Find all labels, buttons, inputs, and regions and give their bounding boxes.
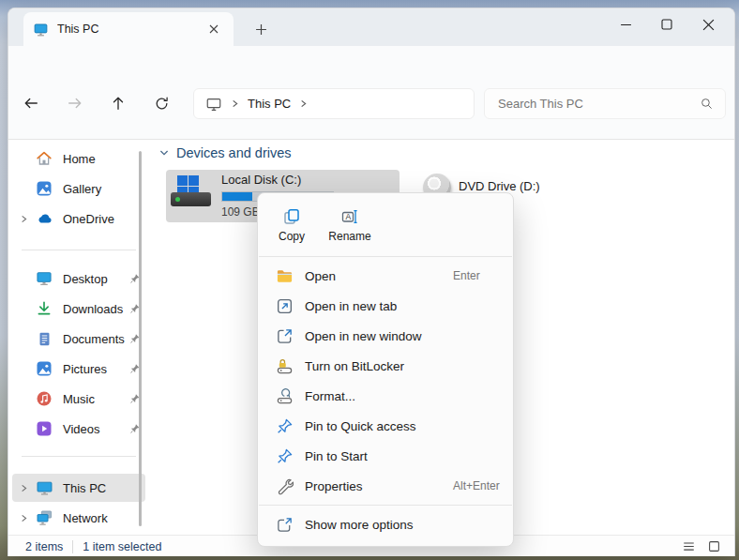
context-menu-item-properties[interactable]: Properties Alt+Enter (262, 471, 509, 501)
menu-item-label: Open in new tab (305, 299, 397, 313)
wrench-icon (275, 477, 294, 495)
pin-icon (125, 333, 145, 344)
menu-item-label: Format... (305, 389, 355, 403)
pin-icon (125, 273, 145, 284)
expand-chevron-icon[interactable] (12, 513, 35, 523)
this-pc-monitor-icon (33, 22, 49, 38)
sidebar-item-onedrive[interactable]: OneDrive (12, 204, 145, 233)
new-tab-button[interactable] (249, 17, 273, 41)
capacity-bar-fill (222, 192, 252, 201)
tab-title: This PC (57, 23, 195, 36)
menu-item-label: Properties (305, 479, 363, 493)
command-toolbar: New A (8, 85, 734, 140)
details-view-icon[interactable] (682, 539, 696, 553)
context-menu-item-show-more-options[interactable]: Show more options (262, 509, 509, 539)
open-in-new-window-icon (275, 326, 294, 345)
quick-actions-row: Copy A Rename (258, 200, 513, 252)
sidebar-item-label: Home (63, 152, 145, 166)
sidebar-divider (22, 250, 136, 250)
status-selection-count: 1 item selected (83, 540, 161, 553)
menu-item-label: Turn on BitLocker (305, 359, 404, 373)
menu-divider (259, 505, 512, 506)
gallery-icon (35, 179, 53, 198)
sidebar-item-downloads[interactable]: Downloads (12, 295, 145, 323)
pin-icon (125, 423, 145, 434)
sidebar-item-label: Network (63, 511, 145, 525)
quick-action-label: Rename (328, 230, 370, 243)
drive-name: Local Disk (C:) (221, 173, 334, 187)
menu-item-label: Open (305, 269, 336, 283)
home-icon (35, 149, 53, 168)
context-menu-item-format[interactable]: Format... (262, 381, 509, 411)
svg-text:A: A (345, 212, 351, 221)
sidebar-item-videos[interactable]: Videos (12, 415, 145, 443)
menu-item-label: Show more options (305, 518, 414, 532)
sidebar-item-label: Music (63, 392, 125, 406)
context-menu: Copy A Rename Open Enter (257, 192, 514, 547)
sidebar-item-documents[interactable]: Documents (12, 325, 145, 353)
navigation-pane: Home Gallery OneDrive (8, 140, 149, 535)
group-header-devices-and-drives[interactable]: Devices and drives (158, 145, 292, 160)
sidebar-scrollbar[interactable] (139, 151, 142, 526)
menu-item-label: Pin to Start (305, 449, 368, 463)
expand-chevron-icon[interactable] (12, 483, 35, 493)
context-menu-item-pin-to-start[interactable]: Pin to Start (262, 441, 509, 471)
pin-icon (125, 363, 145, 374)
desktop: This PC (0, 0, 739, 560)
menu-divider (259, 256, 512, 257)
close-button[interactable] (687, 10, 729, 38)
sidebar-item-label: Documents (63, 332, 125, 346)
sidebar-item-label: OneDrive (63, 212, 145, 226)
sidebar-item-network[interactable]: Network (12, 504, 145, 532)
onedrive-cloud-icon (35, 209, 53, 228)
copy-icon (282, 207, 301, 226)
sidebar-item-label: Pictures (63, 362, 125, 376)
sidebar-item-label: This PC (63, 481, 145, 495)
tab-close-icon[interactable] (204, 19, 224, 39)
music-icon (35, 389, 53, 408)
context-menu-item-open-in-new-window[interactable]: Open in new window (262, 321, 509, 351)
sidebar-item-pictures[interactable]: Pictures (12, 355, 145, 383)
navigation-bar: This PC (8, 46, 734, 85)
open-in-new-tab-icon (275, 296, 294, 315)
collapse-chevron-icon[interactable] (158, 147, 170, 159)
sidebar-item-gallery[interactable]: Gallery (12, 174, 145, 203)
maximize-button[interactable] (646, 10, 687, 38)
status-divider (72, 540, 73, 553)
menu-item-shortcut: Enter (453, 269, 480, 282)
menu-item-label: Open in new window (305, 329, 422, 343)
pin-icon (125, 393, 145, 404)
pin-icon (275, 446, 294, 465)
minimize-button[interactable] (605, 10, 646, 38)
large-icons-view-icon[interactable] (707, 539, 721, 553)
this-pc-monitor-icon (35, 478, 53, 497)
downloads-icon (35, 299, 53, 318)
window-controls (605, 10, 729, 38)
expand-chevron-icon[interactable] (12, 214, 35, 224)
sidebar-item-label: Desktop (63, 272, 125, 286)
pictures-icon (35, 359, 53, 378)
bitlocker-lock-icon (275, 356, 294, 375)
quick-rename-button[interactable]: A Rename (324, 202, 376, 249)
local-disk-icon (171, 174, 214, 219)
context-menu-item-turn-on-bitlocker[interactable]: Turn on BitLocker (262, 351, 509, 381)
rename-icon: A (340, 207, 359, 226)
context-menu-item-open-in-new-tab[interactable]: Open in new tab (262, 291, 509, 321)
sidebar-item-home[interactable]: Home (12, 144, 145, 173)
menu-item-label: Pin to Quick access (305, 419, 416, 433)
pin-icon (125, 303, 145, 314)
documents-icon (35, 329, 53, 348)
context-menu-item-pin-to-quick-access[interactable]: Pin to Quick access (262, 411, 509, 441)
sidebar-item-this-pc[interactable]: This PC (12, 474, 145, 502)
quick-action-label: Copy (279, 230, 305, 243)
context-menu-item-open[interactable]: Open Enter (262, 261, 509, 291)
menu-item-shortcut: Alt+Enter (453, 479, 500, 492)
group-header-label: Devices and drives (176, 145, 292, 160)
quick-copy-button[interactable]: Copy (265, 202, 318, 249)
pin-icon (275, 416, 294, 435)
sidebar-item-desktop[interactable]: Desktop (12, 265, 145, 293)
sidebar-item-label: Gallery (63, 182, 145, 196)
sidebar-item-music[interactable]: Music (12, 385, 145, 413)
tab-this-pc[interactable]: This PC (23, 12, 234, 46)
sidebar-item-label: Videos (63, 422, 125, 436)
